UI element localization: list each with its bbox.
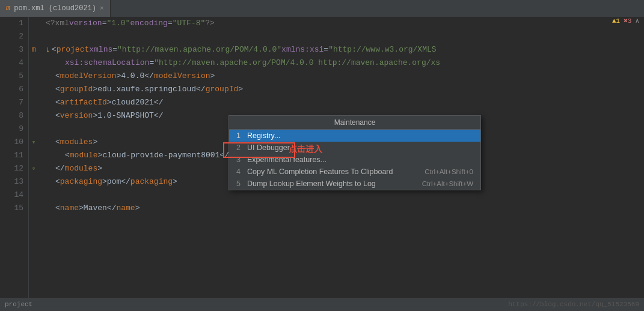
- gutter-line-10: ▿: [29, 136, 38, 149]
- popup-item-2-label: UI Debugger: [247, 143, 290, 152]
- error-indicator: ✖3: [624, 17, 631, 25]
- gutter-line-4: [29, 56, 38, 70]
- code-line-7: <artifactId> cloud2021</: [46, 96, 644, 109]
- tab-pom-xml[interactable]: m pom.xml (cloud2021) ×: [0, 0, 111, 17]
- maintenance-popup: Maintenance 1 Registry... 2 UI Debugger …: [228, 115, 481, 190]
- popup-item-4-shortcut: Ctrl+Alt+Shift+0: [425, 168, 473, 175]
- code-line-15: <name> Maven </name>: [46, 202, 644, 215]
- popup-item-2-num: 2: [236, 143, 245, 152]
- line-num-2: 2: [2, 30, 23, 43]
- code-line-4: xsi:schemaLocation="http://maven.apache.…: [46, 56, 644, 70]
- line-num-12: 12: [2, 162, 23, 175]
- status-project-label: project: [5, 301, 32, 308]
- line-numbers: 1 2 3 4 5 6 7 8 9 10 11 12 13 14 15: [0, 17, 29, 298]
- line-num-6: 6: [2, 83, 23, 96]
- popup-item-5-num: 5: [236, 180, 245, 188]
- line-num-3: 3: [2, 43, 23, 56]
- popup-item-3-num: 3: [236, 156, 245, 164]
- gutter-line-9: [29, 122, 38, 136]
- code-line-1: <?xml version="1.0" encoding="UTF-8"?>: [46, 17, 644, 30]
- gutter-line-7: [29, 96, 38, 109]
- popup-item-4-num: 4: [236, 168, 245, 176]
- line-num-11: 11: [2, 149, 23, 162]
- line-num-14: 14: [2, 189, 23, 202]
- line-num-8: 8: [2, 109, 23, 122]
- scroll-arrow[interactable]: ∧: [635, 17, 639, 25]
- line-num-7: 7: [2, 96, 23, 109]
- popup-item-dump-lookup[interactable]: 5 Dump Lookup Element Weights to Log Ctr…: [229, 178, 480, 190]
- code-line-6: <groupId> edu.xaufe.springcloud </groupI…: [46, 83, 644, 96]
- tab-label: pom.xml (cloud2021): [14, 4, 96, 13]
- status-bar: project https://blog.csdn.net/qq_5152356…: [0, 298, 644, 311]
- gutter-line-6: [29, 83, 38, 96]
- gutter-line-1: [29, 17, 38, 30]
- tab-close-button[interactable]: ×: [100, 5, 104, 12]
- popup-item-5-label: Dump Lookup Element Weights to Log: [247, 180, 376, 188]
- gutter-line-14: [29, 189, 38, 202]
- warning-indicator: ▲1: [612, 17, 620, 25]
- line-num-1: 1: [2, 17, 23, 30]
- popup-item-registry[interactable]: 1 Registry...: [229, 130, 480, 142]
- popup-item-debugger[interactable]: 2 UI Debugger: [229, 142, 480, 154]
- code-line-3: ↓ <project xmlns="http://maven.apache.or…: [46, 43, 644, 56]
- status-left: project: [5, 301, 32, 308]
- top-indicators: ▲1 ✖3 ∧: [612, 17, 639, 25]
- status-right-url: https://blog.csdn.net/qq_51523569: [508, 301, 639, 308]
- line-num-15: 15: [2, 202, 23, 215]
- popup-item-5-shortcut: Ctrl+Alt+Shift+W: [422, 180, 473, 187]
- code-line-5: <modelVersion> 4.0.0 </modelVersion>: [46, 70, 644, 83]
- line-num-9: 9: [2, 122, 23, 136]
- gutter-line-8: [29, 109, 38, 122]
- popup-item-4-label: Copy ML Completion Features To Clipboard: [247, 168, 393, 176]
- gutter-line-3: m: [29, 43, 38, 56]
- popup-item-experimental[interactable]: 3 Experimental features...: [229, 154, 480, 166]
- popup-item-3-label: Experimental features...: [247, 156, 327, 164]
- tab-file-icon: m: [6, 4, 10, 13]
- popup-title: Maintenance: [229, 116, 480, 130]
- popup-item-copy-ml[interactable]: 4 Copy ML Completion Features To Clipboa…: [229, 166, 480, 178]
- editor-gutter: m ▿ ▿: [29, 17, 38, 298]
- gutter-line-13: [29, 175, 38, 189]
- line-num-13: 13: [2, 175, 23, 189]
- line-num-10: 10: [2, 136, 23, 149]
- code-line-2: [46, 30, 644, 43]
- line-num-5: 5: [2, 70, 23, 83]
- tab-bar: m pom.xml (cloud2021) ×: [0, 0, 644, 17]
- line-num-4: 4: [2, 56, 23, 70]
- popup-item-1-label: Registry...: [247, 131, 280, 140]
- gutter-line-11: [29, 149, 38, 162]
- gutter-line-5: [29, 70, 38, 83]
- popup-item-1-num: 1: [236, 131, 245, 140]
- gutter-line-15: [29, 202, 38, 215]
- gutter-line-12: ▿: [29, 162, 38, 175]
- gutter-line-2: [29, 30, 38, 43]
- code-line-14: [46, 189, 644, 202]
